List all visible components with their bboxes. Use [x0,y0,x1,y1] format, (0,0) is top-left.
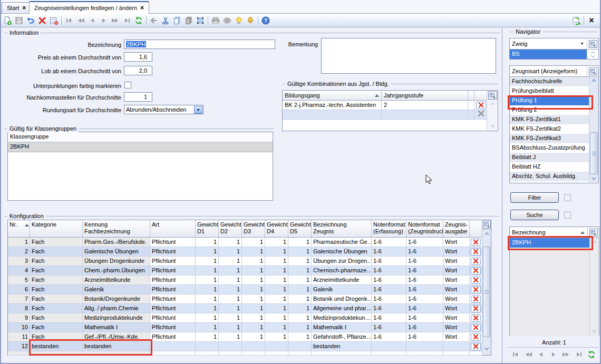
column-header[interactable]: Zeugnis-ausgabe [443,220,470,237]
nav-next-icon[interactable] [99,15,109,26]
nav-prev-fast-icon[interactable] [523,349,534,360]
konfiguration-row[interactable]: 10FachMathematik IPflichtunt11111Mathema… [8,323,491,332]
scroll-up-icon[interactable] [590,238,599,245]
bezeichnung-scrollbar[interactable] [589,238,599,335]
konfiguration-row[interactable]: 8FachAllg. / pharm.ChemiePflichtunt11111… [8,304,491,313]
kombinationen-empty-row[interactable] [283,110,498,120]
select-region-icon[interactable] [195,15,206,26]
lob-input[interactable]: 2,0 [124,66,152,75]
rundungsart-dropdown-button[interactable] [194,106,202,114]
konfiguration-row[interactable]: 12bestandenbestandenbestanden [8,342,491,351]
column-header[interactable]: Nr. [8,220,30,237]
scroll-up-icon[interactable] [482,230,491,238]
zeugnisart-item[interactable]: Fachhochschulreife [510,77,598,86]
copy-icon[interactable] [172,15,182,26]
remove-form-icon[interactable] [49,15,59,26]
scroll-up-icon[interactable] [487,100,498,107]
field-chooser-button[interactable] [487,91,498,100]
delete-row-button[interactable] [471,286,481,293]
new-record-icon[interactable] [2,15,13,26]
delete-row-button[interactable] [471,343,481,350]
field-chooser-button[interactable] [588,229,599,237]
scroll-down-icon[interactable] [589,175,598,182]
scrollbar-thumb[interactable] [483,247,490,337]
delete-icon[interactable] [37,15,47,26]
chevron-down-icon[interactable] [580,43,584,45]
delete-row-button[interactable] [471,314,481,322]
nav-prev-icon[interactable] [536,349,546,360]
cut-icon[interactable] [160,15,171,26]
column-header-bildungsgang[interactable]: Bildungsgang [283,91,382,100]
bemerkung-textarea[interactable] [321,38,496,74]
delete-row-button[interactable] [471,239,481,246]
help-icon[interactable]: ? [260,15,271,26]
konfiguration-row[interactable]: 11FachGef.-/Pfl.-/Umw.-Kde.Pflichtunt111… [8,332,491,342]
zeugnisart-header[interactable]: Zeugnisart (Anzeigeform) [510,66,598,77]
nav-first-icon[interactable] [510,349,521,360]
zeugnisart-item[interactable]: Prüfung 1 [510,96,598,105]
zeugnisart-item[interactable]: Beiblatt J [510,153,598,162]
scroll-down-icon[interactable] [482,345,491,352]
back-arrow-icon[interactable] [149,15,159,26]
column-header-jahrgangsstufe[interactable]: Jahrgangsstufe [382,91,468,100]
konfiguration-row[interactable]: 9FachMedizinproduktekundePflichtunt11111… [8,313,491,323]
zeugnisart-item[interactable]: BSAbschluss-Zusatzprüfung [510,143,598,153]
save-icon[interactable] [14,15,24,26]
preis-input[interactable]: 1,6 [124,52,152,62]
scroll-up-icon[interactable] [589,77,598,84]
delete-row-button[interactable] [471,267,481,274]
column-header[interactable]: KennungFachbezeichnung [83,220,150,237]
zeugnisart-item[interactable]: Prüfung 2 [510,105,598,115]
bezeichnung-item[interactable]: 2BKPH [510,238,599,248]
tab-zeugniseinstellungen[interactable]: Zeugniseinstellungen festlegen / ändern … [29,1,149,14]
column-header[interactable]: GewichtD2 [219,220,242,237]
paste-icon[interactable] [183,15,194,26]
zeugnisart-item[interactable]: KMK FS-Zertifikat1 [510,115,598,124]
column-header-klassengruppe[interactable]: Klassengruppe [8,132,273,142]
zeugnisart-item[interactable]: Beiblatt HZ [510,162,598,172]
nav-last-icon[interactable] [574,349,584,360]
switch-view-icon[interactable] [571,15,581,26]
filter-button[interactable]: Filter [510,192,559,203]
zeugnisart-item[interactable]: Abschlz. Schul. Ausbildg. [510,172,598,181]
delete-row-button[interactable] [471,305,481,312]
suche-button[interactable]: Suche [510,210,559,220]
delete-row-button[interactable] [471,248,481,255]
undo-icon[interactable] [25,15,36,26]
zeugnisart-scrollbar[interactable] [589,77,598,182]
konfiguration-row[interactable]: 5FachArzneimittelkundePflichtunt11111Arz… [8,276,491,285]
konfiguration-row[interactable]: 7FachBotanik/DrogenkundePflichtunt11111B… [8,294,491,304]
nav-last-icon[interactable] [122,15,132,26]
record-icon[interactable] [222,15,232,26]
tab-start[interactable]: Start × [2,2,31,13]
column-header[interactable]: Kategorie [30,220,83,237]
bezeichnung-input[interactable]: 2BKPH [124,40,275,49]
notification-bell-icon[interactable] [245,15,256,26]
column-header[interactable]: Notenformat(Zeugnisdruck) [406,220,443,237]
nav-next-fast-icon[interactable] [561,349,571,360]
klassengruppen-row[interactable]: 2BKPH [8,142,273,152]
delete-row-button[interactable] [471,324,481,331]
delete-row-button[interactable] [471,333,481,341]
nav-first-icon[interactable] [64,15,74,26]
column-header[interactable]: GewichtD4 [265,220,288,237]
filter-checkbox[interactable] [564,194,571,201]
nav-prev-icon[interactable] [87,15,98,26]
column-header[interactable]: Notenformat(Erfassung) [372,220,406,237]
konfiguration-row[interactable]: 4FachChem.-pharm.ÜbungenPflichtunt11111C… [8,266,491,276]
kombinationen-row[interactable]: BK 2-j.Pharmaz.-techn. Assistenten 2 [283,101,498,110]
scroll-down-icon[interactable] [590,328,599,335]
close-icon[interactable]: × [586,15,597,26]
konfiguration-row[interactable]: 2FachGalenische ÜbungenPflichtunt11111Ga… [8,247,491,257]
column-header[interactable]: GewichtD5 [288,220,312,237]
zeugnisart-item[interactable]: KMK FS-Zertifikat2 [510,124,598,134]
refresh-icon[interactable] [133,15,144,26]
nachkommastellen-input[interactable]: 1 [124,92,152,102]
delete-row-button[interactable] [471,296,481,303]
konfiguration-row[interactable]: 1FachPharm.Ges.-/Berufskde.Pflichtunt111… [8,238,491,247]
tab-zeugniseinstellungen-close-icon[interactable]: × [140,5,144,11]
hint-bulb-icon[interactable] [234,15,244,26]
scroll-down-icon[interactable] [487,122,498,130]
column-header[interactable]: GewichtD3 [242,220,265,237]
print-icon[interactable] [210,15,221,26]
